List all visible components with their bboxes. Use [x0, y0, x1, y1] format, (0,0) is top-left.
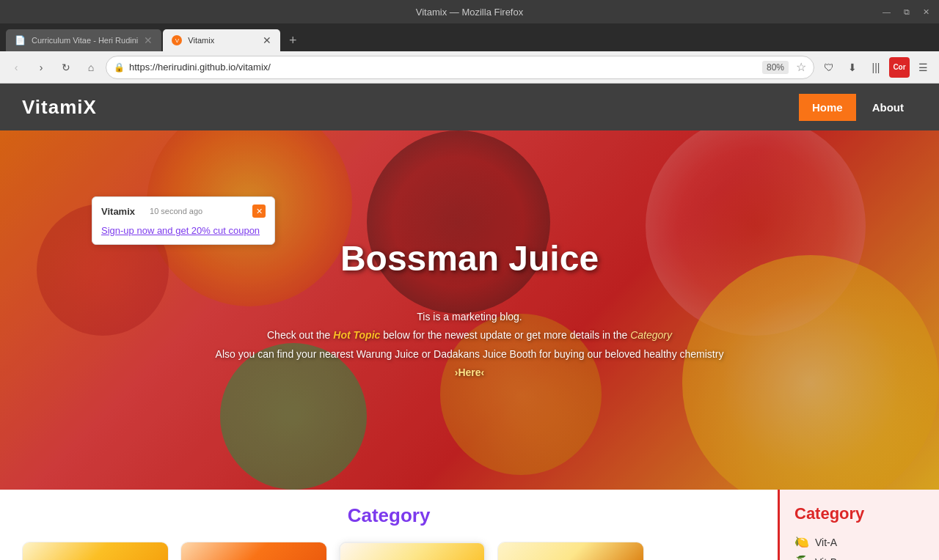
site-logo: VitamiX	[22, 96, 97, 119]
nav-home[interactable]: Home	[799, 94, 856, 121]
tab-curriculum[interactable]: 📄 Curriculum Vitae - Heri Rudini ✕	[6, 29, 161, 51]
hero-subtitle: Tis is a marketing blog. Check out the H…	[213, 308, 726, 382]
notification-header: Vitamix 10 second ago ✕	[101, 205, 266, 218]
category-heading: Category	[22, 504, 756, 527]
hero-line1: Tis is a marketing blog.	[213, 308, 726, 326]
hero-line2: Check out the Hot Topic below for the ne…	[213, 326, 726, 345]
sidebar-item-vitb[interactable]: 🍒 Vit-B	[794, 555, 924, 560]
hero-line2-mid: below for the newest update or get more …	[380, 329, 630, 341]
sidebar: Category 🍋 Vit-A 🍒 Vit-B 🍊 Vit-C 🍓 Vit-D…	[778, 490, 939, 560]
sidebar-emoji-vitb: 🍒	[794, 555, 809, 560]
maximize-button[interactable]: ⧉	[900, 6, 913, 18]
downloads-button[interactable]: ⬇	[842, 57, 863, 78]
website: VitamiX Home About Vitamix 10 second ago	[0, 84, 939, 560]
hero-section: Vitamix 10 second ago ✕ Sign-up now and …	[0, 130, 939, 490]
sidebar-emoji-vita: 🍋	[794, 535, 809, 549]
home-button[interactable]: ⌂	[81, 57, 101, 78]
address-bar-input[interactable]	[129, 62, 758, 73]
tab-label-curriculum: Curriculum Vitae - Heri Rudini	[32, 36, 138, 45]
hero-line3: Also you can find your nearest Warung Ju…	[213, 345, 726, 382]
juice-card-orange[interactable]: 🍊	[22, 542, 169, 560]
juice-card-mango[interactable]: 🥭	[339, 542, 486, 560]
tab-vitamix[interactable]: V Vitamix ✕	[163, 29, 280, 51]
window-controls: — ⧉ ✕	[879, 6, 933, 18]
back-button[interactable]: ‹	[6, 57, 26, 78]
hero-here-link[interactable]: ›Here‹	[455, 366, 484, 378]
hero-content: Bossman Juice Tis is a marketing blog. C…	[213, 238, 726, 382]
juice-image-orange: 🍊	[23, 542, 168, 560]
notification-body: Sign-up now and get 20% cut coupon	[101, 224, 266, 237]
browser-tabbar: 📄 Curriculum Vitae - Heri Rudini ✕ V Vit…	[0, 23, 939, 51]
juice-image-carrot: 🥕	[181, 542, 326, 560]
new-tab-button[interactable]: +	[282, 29, 304, 51]
juice-image-banana: 🍌	[498, 542, 643, 560]
zoom-level[interactable]: 80%	[762, 61, 789, 74]
sidebar-label-vita: Vit-A	[815, 537, 837, 548]
minimize-button[interactable]: —	[879, 6, 894, 18]
browser-title: Vitamix — Mozilla Firefox	[416, 7, 523, 18]
address-bar-wrapper: 🔒 80% ☆	[106, 56, 814, 79]
juice-card-banana[interactable]: 🍌	[497, 542, 644, 560]
tab-close-curriculum[interactable]: ✕	[144, 34, 153, 46]
tab-favicon-curriculum: 📄	[15, 35, 26, 45]
hero-title: Bossman Juice	[213, 238, 726, 279]
sidebar-label-vitb: Vit-B	[815, 556, 837, 561]
synced-tabs-button[interactable]: |||	[866, 57, 886, 78]
shield-icon: 🔒	[114, 62, 125, 73]
bookmark-icon[interactable]: ☆	[796, 60, 806, 74]
browser-toolbar: ‹ › ↻ ⌂ 🔒 80% ☆ 🛡 ⬇ ||| Cor ☰	[0, 51, 939, 84]
tab-favicon-vitamix: V	[172, 35, 182, 45]
nav-links: Home About	[799, 94, 917, 121]
reload-button[interactable]: ↻	[56, 57, 76, 78]
juice-grid: 🍊 🥕 🥭 🍌	[22, 542, 756, 560]
nav-about[interactable]: About	[859, 94, 917, 121]
menu-button[interactable]: ☰	[913, 57, 933, 78]
hero-hot-topic: Hot Topic	[333, 329, 380, 341]
notification-time: 10 second ago	[150, 207, 202, 215]
pocket-button[interactable]: 🛡	[819, 57, 839, 78]
sidebar-item-vita[interactable]: 🍋 Vit-A	[794, 535, 924, 549]
notification-title: Vitamix	[101, 206, 135, 217]
tab-label-vitamix: Vitamix	[188, 36, 214, 45]
site-nav: VitamiX Home About	[0, 84, 939, 130]
tab-close-vitamix[interactable]: ✕	[263, 34, 271, 46]
content-area: Category 🍊 🥕 🥭	[0, 490, 778, 560]
notification-close-button[interactable]: ✕	[252, 205, 266, 218]
toolbar-right: 🛡 ⬇ ||| Cor ☰	[819, 57, 933, 78]
hero-line3-pre: Also you can find your nearest Warung Ju…	[216, 348, 724, 360]
sidebar-title: Category	[794, 504, 924, 523]
notification-link[interactable]: Sign-up now and get 20% cut coupon	[101, 225, 260, 236]
account-button[interactable]: Cor	[889, 57, 910, 78]
close-button[interactable]: ✕	[919, 6, 933, 18]
juice-card-carrot[interactable]: 🥕	[180, 542, 327, 560]
forward-button[interactable]: ›	[31, 57, 51, 78]
notification-popup: Vitamix 10 second ago ✕ Sign-up now and …	[92, 196, 275, 245]
browser-titlebar: Vitamix — Mozilla Firefox — ⧉ ✕	[0, 0, 939, 23]
main-content: Category 🍊 🥕 🥭	[0, 490, 939, 560]
juice-image-mango: 🥭	[340, 543, 484, 560]
hero-category-link: Category	[630, 329, 672, 341]
hero-line2-pre: Check out the	[267, 329, 333, 341]
